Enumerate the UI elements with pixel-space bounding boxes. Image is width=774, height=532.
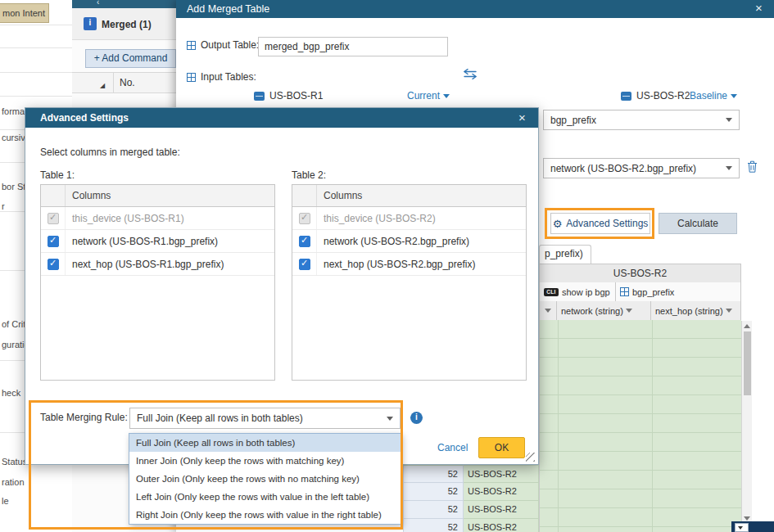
- sidebar-item[interactable]: le: [2, 496, 9, 506]
- swap-tables-icon[interactable]: [463, 69, 478, 82]
- column-row: this_device (US-BOS-R2): [292, 207, 526, 230]
- column-header-next-hop[interactable]: next_hop (string): [651, 301, 741, 321]
- table-select-value: bgp_prefix: [550, 115, 596, 126]
- table-cell: 52: [403, 519, 464, 532]
- divider: [0, 72, 72, 73]
- table-cell: 52: [403, 501, 464, 519]
- sidebar-item[interactable]: forma: [2, 106, 25, 116]
- table-select-dropdown[interactable]: bgp_prefix: [543, 110, 740, 130]
- result-column-headers: network (string) next_hop (string): [539, 301, 741, 321]
- vertical-scrollbar[interactable]: [741, 321, 752, 524]
- column-label: this_device (US-BOS-R1): [66, 213, 274, 224]
- checkbox-checked[interactable]: [48, 259, 59, 270]
- chevron-down-icon: [545, 309, 551, 313]
- sidebar-item[interactable]: ration: [2, 477, 25, 487]
- table1-columns-box: Columns this_device (US-BOS-R1) network …: [40, 184, 275, 381]
- table-cell: US-BOS-R2: [464, 465, 539, 483]
- merged-panel-title: Merged (1): [102, 19, 152, 30]
- dropdown-option[interactable]: Outer Join (Only keep the rows with no m…: [129, 470, 401, 488]
- result-source-row: CLI show ip bgp bgp_prefix: [539, 282, 741, 302]
- divider: [113, 73, 114, 92]
- table-name-label: bgp_prefix: [632, 287, 674, 297]
- chevron-down-icon: [626, 309, 632, 313]
- cancel-button[interactable]: Cancel: [437, 442, 468, 453]
- sidebar-item[interactable]: Status: [2, 457, 27, 467]
- calculate-button[interactable]: Calculate: [659, 213, 737, 234]
- scroll-corner-button[interactable]: [735, 523, 749, 532]
- scroll-down-icon[interactable]: [744, 516, 750, 521]
- table-name-cell: bgp_prefix: [616, 282, 741, 302]
- merged-table-header: No.: [72, 72, 176, 93]
- dropdown-option[interactable]: Left Join (Only keep the rows with value…: [129, 488, 401, 506]
- merging-rule-dropdown[interactable]: Full Join (Keep all rows in both tables): [129, 408, 401, 429]
- output-table-label: Output Table:: [201, 39, 259, 51]
- key-column-dropdown[interactable]: network (US-BOS-R2.bgp_prefix): [543, 158, 740, 178]
- device-icon: [621, 92, 631, 101]
- ok-button[interactable]: OK: [478, 437, 525, 458]
- dropdown-option[interactable]: Right Join (Only keep the rows with valu…: [129, 506, 401, 524]
- close-icon[interactable]: ×: [755, 1, 763, 15]
- device-1-mode-label: Current: [407, 90, 440, 101]
- advanced-settings-button[interactable]: Advanced Settings: [550, 213, 650, 234]
- cli-command-cell: CLI show ip bgp: [539, 282, 616, 302]
- collapse-chevron-icon[interactable]: ‹: [97, 0, 99, 7]
- add-command-button[interactable]: + Add Command: [85, 49, 176, 68]
- chevron-down-icon: [726, 118, 732, 122]
- delete-key-icon[interactable]: [747, 160, 758, 175]
- info-icon[interactable]: [410, 412, 423, 424]
- output-table-row: Output Table:: [187, 39, 259, 51]
- key-column-value: network (US-BOS-R2.bgp_prefix): [550, 163, 696, 174]
- sidebar-item[interactable]: of Crit: [2, 319, 25, 329]
- checkbox-checked[interactable]: [299, 236, 310, 247]
- result-tab[interactable]: p_prefix): [539, 245, 591, 264]
- sort-icon[interactable]: [100, 79, 105, 90]
- merged-panel-header: Merged (1): [72, 8, 176, 40]
- device-icon: [254, 92, 265, 101]
- divider: [0, 47, 72, 48]
- device-2-name: US-BOS-R2: [636, 90, 690, 101]
- result-table: US-BOS-R2 CLI show ip bgp bgp_prefix net…: [539, 264, 741, 532]
- column-row: next_hop (US-BOS-R1.bgp_prefix): [41, 253, 274, 276]
- divider: [0, 96, 72, 97]
- column-header-network[interactable]: network (string): [557, 301, 651, 321]
- output-table-input[interactable]: [258, 37, 448, 56]
- table-icon: [620, 287, 629, 296]
- cli-badge-icon: CLI: [544, 288, 559, 296]
- table-row: 52 US-BOS-R2: [403, 519, 539, 532]
- resize-handle[interactable]: [526, 453, 535, 462]
- column-label: network (US-BOS-R1.bgp_prefix): [66, 236, 274, 247]
- device-2-mode-dropdown[interactable]: Baseline: [690, 90, 737, 101]
- table2-columns-box: Columns this_device (US-BOS-R2) network …: [292, 184, 527, 381]
- scrollbar-thumb[interactable]: [744, 331, 751, 395]
- table-cell: 52: [403, 483, 464, 501]
- chevron-down-icon: [726, 166, 732, 170]
- close-icon[interactable]: ×: [518, 110, 526, 124]
- dropdown-option[interactable]: Full Join (Keep all rows in both tables): [129, 434, 401, 452]
- row-filter-dropdown[interactable]: [539, 301, 557, 321]
- scroll-up-icon[interactable]: [744, 324, 750, 328]
- device-2-mode-label: Baseline: [690, 90, 727, 101]
- merging-rule-label: Table Merging Rule:: [40, 412, 128, 423]
- advanced-settings-label: Advanced Settings: [566, 218, 648, 229]
- input-tables-label: Input Tables:: [201, 71, 256, 83]
- table1-label: Table 1:: [40, 169, 75, 181]
- merged-info-icon: [84, 17, 97, 30]
- device-2: US-BOS-R2: [621, 90, 690, 101]
- device-1-mode-dropdown[interactable]: Current: [407, 90, 450, 101]
- device-1: US-BOS-R1: [254, 90, 323, 101]
- divider: [558, 320, 559, 532]
- dropdown-option[interactable]: Inner Join (Only keep the rows with matc…: [129, 452, 401, 470]
- checkbox-checked-disabled: [48, 213, 59, 224]
- sidebar-item[interactable]: r: [2, 201, 5, 211]
- chevron-down-icon: [387, 417, 393, 421]
- tab-common-intent[interactable]: mon Intent: [0, 3, 49, 23]
- checkbox-checked[interactable]: [48, 236, 59, 247]
- table-row: 52 US-BOS-R2: [403, 483, 539, 501]
- table-cell: US-BOS-R2: [464, 501, 539, 519]
- table-icon: [187, 73, 196, 82]
- column-header-label: network (string): [561, 306, 623, 316]
- table-cell: US-BOS-R2: [464, 519, 539, 532]
- checkbox-checked[interactable]: [299, 259, 310, 270]
- columns-header: Columns: [317, 185, 526, 206]
- sidebar-item[interactable]: heck: [2, 388, 20, 398]
